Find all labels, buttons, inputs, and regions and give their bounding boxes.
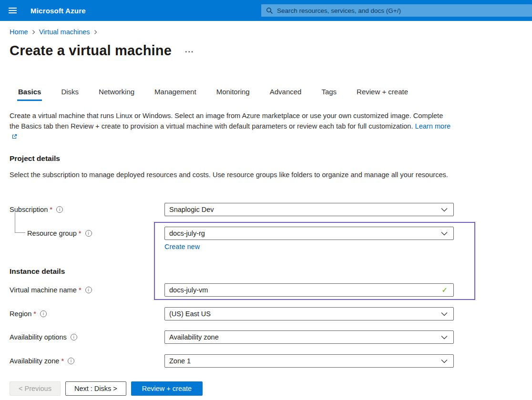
learn-more-link[interactable]: Learn more [415,122,451,130]
azure-top-bar: Microsoft Azure [0,0,532,21]
resource-group-select[interactable]: docs-july-rg [164,227,454,240]
global-search[interactable] [261,4,532,17]
info-icon[interactable]: i [68,358,74,364]
region-field-col: (US) East US [164,307,454,320]
availability-zone-select-value: Zone 1 [169,357,191,365]
resource-group-label: Resource group * i [10,230,164,237]
tab-disks[interactable]: Disks [60,88,80,101]
tab-monitoring[interactable]: Monitoring [215,88,251,101]
valid-check-icon: ✓ [441,286,448,294]
intro-text: Create a virtual machine that runs Linux… [10,110,453,142]
availability-options-field-col: Availability zone [164,330,454,344]
info-icon[interactable]: i [85,287,92,293]
availability-zone-label-text: Availability zone [10,357,59,365]
required-asterisk: * [79,230,82,237]
review-create-button[interactable]: Review + create [131,381,203,396]
tab-basics[interactable]: Basics [17,88,42,101]
availability-options-row: Availability options i Availability zone [10,330,454,344]
vm-name-label: Virtual machine name * i [10,286,164,294]
previous-button[interactable]: < Previous [10,381,61,396]
availability-options-select-value: Availability zone [169,333,219,341]
wizard-footer: < Previous Next : Disks > Review + creat… [10,381,203,396]
resource-group-field-col: docs-july-rg [164,227,454,240]
chevron-down-icon [441,359,448,363]
region-row: Region * i (US) East US [10,307,454,320]
breadcrumb-virtual-machines[interactable]: Virtual machines [39,28,90,36]
main-content: Home Virtual machines Create a virtual m… [0,21,532,400]
breadcrumb: Home Virtual machines [10,28,97,36]
vm-name-field-col: ✓ [164,283,454,297]
tab-review-create[interactable]: Review + create [356,88,409,101]
create-new-link[interactable]: Create new [164,243,200,250]
info-icon[interactable]: i [85,230,92,237]
instance-details-heading: Instance details [10,267,65,276]
brand-title: Microsoft Azure [31,7,86,15]
title-row: Create a virtual machine ··· [10,43,194,59]
intro-text-body: Create a virtual machine that runs Linux… [10,112,443,130]
tab-networking[interactable]: Networking [98,88,135,101]
external-link-icon [11,132,17,142]
required-asterisk: * [79,286,82,294]
vm-name-row: Virtual machine name * i ✓ [10,283,454,297]
tab-tags[interactable]: Tags [320,88,338,101]
availability-options-label-text: Availability options [10,333,67,341]
chevron-down-icon [441,335,448,340]
availability-options-select[interactable]: Availability zone [164,330,454,344]
info-icon[interactable]: i [40,310,47,317]
resource-group-label-text: Resource group [27,230,77,237]
project-details-heading: Project details [10,154,60,163]
search-input[interactable] [277,7,527,14]
info-icon[interactable]: i [56,206,63,213]
info-icon[interactable]: i [71,334,77,340]
availability-zone-select[interactable]: Zone 1 [164,354,454,368]
availability-zone-row: Availability zone * i Zone 1 [10,354,454,368]
title-ellipsis: ··· [185,48,194,59]
chevron-down-icon [441,231,448,236]
hamburger-icon [9,8,17,13]
required-asterisk: * [33,310,36,318]
vm-name-input[interactable] [169,286,441,294]
availability-zone-label: Availability zone * i [10,357,164,365]
project-details-description: Select the subscription to manage deploy… [10,170,453,180]
subscription-select-value: Snaplogic Dev [169,206,214,213]
required-asterisk: * [61,357,64,365]
next-disks-button[interactable]: Next : Disks > [65,381,126,396]
chevron-right-icon [32,30,35,35]
subscription-select[interactable]: Snaplogic Dev [164,203,454,216]
breadcrumb-home[interactable]: Home [10,28,28,36]
region-label-text: Region [10,310,31,318]
subscription-label: Subscription * i [10,206,164,213]
region-select-value: (US) East US [169,310,211,318]
chevron-down-icon [441,208,448,212]
availability-options-label: Availability options i [10,333,164,341]
wizard-tabs: Basics Disks Networking Management Monit… [17,88,409,101]
vm-name-field: ✓ [164,283,454,297]
chevron-down-icon [441,312,448,316]
subscription-row: Subscription * i Snaplogic Dev [10,203,454,216]
subscription-field-col: Snaplogic Dev [164,203,454,216]
search-icon [266,7,273,14]
page-title: Create a virtual machine [10,43,172,59]
availability-zone-field-col: Zone 1 [164,354,454,368]
tab-management[interactable]: Management [153,88,197,101]
region-label: Region * i [10,310,164,318]
resource-group-row: Resource group * i docs-july-rg [10,227,454,240]
tab-advanced[interactable]: Advanced [269,88,303,101]
menu-button[interactable] [0,0,25,21]
vm-name-label-text: Virtual machine name [10,286,77,294]
required-asterisk: * [50,206,52,213]
chevron-right-icon [94,30,97,35]
region-select[interactable]: (US) East US [164,307,454,320]
resource-group-select-value: docs-july-rg [169,230,205,237]
